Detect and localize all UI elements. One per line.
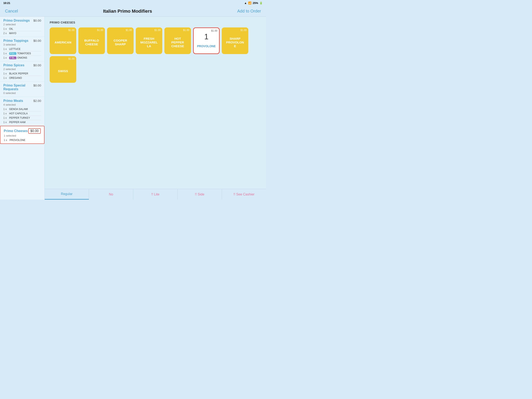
list-item: 1 xPEPPER HAM <box>3 120 41 124</box>
sidebar-section-title-meats: Primo Meats <box>3 99 23 103</box>
status-right: ▲ 📶 25% 🔋 <box>244 1 263 5</box>
item-qty: 1 x <box>3 72 9 75</box>
sidebar-section-title-toppings: Primo Toppings <box>3 39 28 43</box>
cheese-tile-name: COOPER SHARP <box>114 32 127 52</box>
cheese-tile-name: PROVOLONE <box>197 40 215 52</box>
cheese-tile-cooper[interactable]: $1.00COOPER SHARP <box>107 27 134 54</box>
item-name: PROVOLONE <box>10 139 25 142</box>
tag-side-badge: !! Si... <box>9 57 16 59</box>
sidebar-section-count-dressings: 2 selected <box>3 23 41 26</box>
cheese-tile-price: $1.00 <box>126 29 132 32</box>
sidebar-section-price-toppings: $0.00 <box>33 39 41 42</box>
add-to-order-button[interactable]: Add to Order <box>237 9 261 13</box>
sidebar-section-toppings[interactable]: Primo Toppings$0.003 selected1 xLETTUCE1… <box>0 37 44 61</box>
item-qty: 2 x <box>3 32 9 35</box>
status-bar: 10:21 ▲ 📶 25% 🔋 <box>0 0 266 6</box>
sidebar-section-title-dressings: Primo Dressings <box>3 19 30 22</box>
cheese-tile-name: AMERICAN <box>55 32 71 52</box>
list-item: 1 xPEPPER TURKEY <box>3 116 41 120</box>
item-name: ONIONS <box>17 56 27 59</box>
tab-seecashier[interactable]: !! See Cashier <box>222 189 266 200</box>
item-qty: 1 x <box>3 112 9 115</box>
cheese-tile-qty: 1 <box>204 33 209 40</box>
item-name: BLACK PEPPER <box>9 72 28 75</box>
item-name: PEPPER HAM <box>9 121 25 124</box>
list-item: 1 xLETTUCE <box>3 47 41 51</box>
item-qty: 1 x <box>3 52 9 55</box>
cheese-tile-name: HOT PEPPER CHEESE <box>171 32 184 52</box>
item-qty: 1 x <box>4 139 10 142</box>
header: Cancel Italian Primo Modifiers Add to Or… <box>0 6 266 17</box>
cheese-tile-sharpprovolone[interactable]: $1.00SHARP PROVOLON E <box>222 27 248 54</box>
item-name: HOT CAPICOLA <box>9 112 28 115</box>
cancel-button[interactable]: Cancel <box>5 9 18 13</box>
list-item: 1 x!! Li...TOMATOES <box>3 51 41 56</box>
sidebar-section-count-special: 0 selected <box>3 91 41 95</box>
cheese-tile-swiss[interactable]: $1.00SWISS <box>50 56 76 83</box>
list-item: 1 xOIL <box>3 27 41 31</box>
list-item: 1 xGENOA SALAMI <box>3 107 41 111</box>
battery-icon: 🔋 <box>259 1 263 5</box>
list-item: 1 xPROVOLONE <box>4 138 41 142</box>
cheese-tile-mozzarella[interactable]: $1.00FRESH MOZZAREL LA <box>136 27 162 54</box>
cheese-grid: $1.00AMERICAN$1.00BUFFALO CHEESE$1.00COO… <box>50 27 261 83</box>
item-name: TOMATOES <box>17 52 31 55</box>
sidebar-section-count-cheeses: 1 selected <box>4 134 41 137</box>
cheese-tile-price: $1.00 <box>154 29 161 32</box>
sidebar-section-meats[interactable]: Primo Meats$2.004 selected1 xGENOA SALAM… <box>0 97 44 126</box>
item-qty: 1 x <box>3 48 9 51</box>
sidebar-section-title-spices: Primo Spices <box>3 64 24 67</box>
list-item: 1 x!! Si...ONIONS <box>3 56 41 60</box>
sidebar-section-price-dressings: $0.00 <box>33 19 41 22</box>
sidebar-section-special[interactable]: Primo Special Requests$0.000 selected <box>0 82 44 97</box>
list-item: 1 xBLACK PEPPER <box>3 71 41 76</box>
sidebar-section-count-spices: 2 selected <box>3 68 41 71</box>
cheese-section: PRIMO CHEESES $1.00AMERICAN$1.00BUFFALO … <box>45 17 266 189</box>
cheese-tile-buffalo[interactable]: $1.00BUFFALO CHEESE <box>78 27 105 54</box>
item-name: LETTUCE <box>9 48 21 51</box>
item-qty: 1 x <box>3 27 9 30</box>
section-heading: PRIMO CHEESES <box>50 21 261 24</box>
cheese-tile-price: $1.00 <box>68 57 75 60</box>
sidebar: Primo Dressings$0.002 selected1 xOIL2 xM… <box>0 17 45 200</box>
sidebar-section-dressings[interactable]: Primo Dressings$0.002 selected1 xOIL2 xM… <box>0 17 44 37</box>
sidebar-section-price-cheeses: $0.00 <box>28 128 41 134</box>
sidebar-section-title-special: Primo Special Requests <box>3 84 33 91</box>
cheese-tile-name: FRESH MOZZAREL LA <box>140 32 158 52</box>
item-qty: 1 x <box>3 108 9 111</box>
tab-no[interactable]: No <box>89 189 133 200</box>
cheese-tile-price: $1.00 <box>68 29 75 32</box>
cheese-tile-price: $1.00 <box>241 29 247 32</box>
item-qty: 1 x <box>3 121 9 124</box>
item-name: OIL <box>9 27 13 30</box>
wifi-icon: 📶 <box>248 1 252 5</box>
battery-label: 25% <box>253 1 258 5</box>
tag-lite-badge: !! Li... <box>9 52 16 55</box>
cheese-tile-name: SHARP PROVOLON E <box>226 32 244 52</box>
cheese-tile-provolone[interactable]: $1.001PROVOLONE <box>193 27 220 54</box>
cheese-tile-hotpepper[interactable]: $1.00HOT PEPPER CHEESE <box>164 27 191 54</box>
sidebar-section-cheeses[interactable]: Primo Cheeses$0.001 selected1 xPROVOLONE <box>0 126 44 144</box>
sidebar-section-price-meats: $2.00 <box>33 99 41 103</box>
status-time: 10:21 <box>3 1 10 5</box>
location-icon: ▲ <box>244 1 247 5</box>
tab-regular[interactable]: Regular <box>45 189 89 200</box>
bottom-tab-bar: RegularNo!! Lite!! Side!! See Cashier <box>45 189 266 200</box>
content-area: PRIMO CHEESES $1.00AMERICAN$1.00BUFFALO … <box>45 17 266 200</box>
item-qty: 1 x <box>3 116 9 119</box>
sidebar-section-count-meats: 4 selected <box>3 103 41 106</box>
cheese-tile-price: $1.00 <box>183 29 189 32</box>
tab-side[interactable]: !! Side <box>178 189 222 200</box>
item-name: MAYO <box>9 32 16 35</box>
cheese-tile-price: $1.00 <box>211 29 217 32</box>
sidebar-section-spices[interactable]: Primo Spices$0.002 selected1 xBLACK PEPP… <box>0 61 44 82</box>
cheese-tile-american[interactable]: $1.00AMERICAN <box>50 27 76 54</box>
cheese-tile-name: SWISS <box>58 61 68 81</box>
cheese-tile-price: $1.00 <box>97 29 103 32</box>
tab-lite[interactable]: !! Lite <box>133 189 177 200</box>
list-item: 1 xOREGANO <box>3 76 41 80</box>
item-name: OREGANO <box>9 77 22 79</box>
page-title: Italian Primo Modifiers <box>103 8 152 14</box>
item-name: GENOA SALAMI <box>9 108 28 111</box>
item-qty: 1 x <box>3 56 9 59</box>
